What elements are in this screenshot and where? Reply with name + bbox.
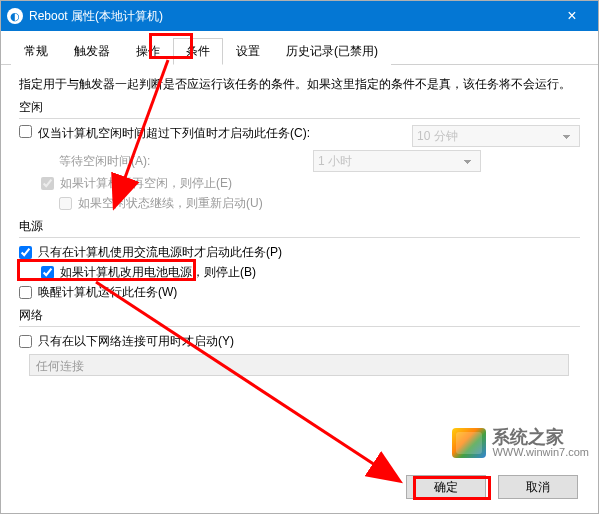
checkbox-stop-not-idle[interactable] (41, 177, 54, 190)
select-network: 任何连接 (29, 354, 569, 376)
tab-strip: 常规 触发器 操作 条件 设置 历史记录(已禁用) (1, 37, 598, 65)
description-text: 指定用于与触发器一起判断是否应运行该任务的条件。如果这里指定的条件不是真，该任务… (19, 75, 580, 93)
checkbox-only-net[interactable] (19, 335, 32, 348)
row-wake: 唤醒计算机运行此任务(W) (19, 284, 580, 301)
label-only-net: 只有在以下网络连接可用时才启动(Y) (38, 333, 234, 350)
checkbox-only-idle[interactable] (19, 125, 32, 138)
row-only-net: 只有在以下网络连接可用时才启动(Y) (19, 333, 580, 350)
checkbox-only-ac[interactable] (19, 246, 32, 259)
cancel-button[interactable]: 取消 (498, 475, 578, 499)
watermark: 系统之家 WWW.winwin7.com (452, 428, 589, 458)
close-button[interactable]: × (552, 1, 592, 31)
row-only-idle: 仅当计算机空闲时间超过下列值时才启动此任务(C): 10 分钟 (19, 125, 580, 147)
watermark-url: WWW.winwin7.com (492, 446, 589, 458)
tab-history[interactable]: 历史记录(已禁用) (273, 38, 391, 65)
tab-triggers[interactable]: 触发器 (61, 38, 123, 65)
divider (19, 237, 580, 238)
task-icon: ◐ (7, 8, 23, 24)
select-wait-duration[interactable]: 1 小时 (313, 150, 481, 172)
label-restart-idle: 如果空闲状态继续，则重新启动(U) (78, 195, 263, 212)
label-wake: 唤醒计算机运行此任务(W) (38, 284, 177, 301)
annotation-box-tab (149, 33, 193, 59)
checkbox-restart-idle[interactable] (59, 197, 72, 210)
watermark-logo-icon (452, 428, 486, 458)
row-stop-not-idle: 如果计算机不再空闲，则停止(E) (41, 175, 580, 192)
annotation-box-ok (413, 476, 491, 500)
close-icon: × (567, 7, 576, 25)
watermark-brand: 系统之家 (492, 428, 589, 446)
label-wait-idle: 等待空闲时间(A): (59, 153, 313, 170)
divider (19, 326, 580, 327)
row-wait-idle: 等待空闲时间(A): 1 小时 (59, 150, 580, 172)
section-idle-title: 空闲 (19, 99, 580, 116)
annotation-box-wake (17, 259, 196, 281)
tab-settings[interactable]: 设置 (223, 38, 273, 65)
row-restart-idle: 如果空闲状态继续，则重新启动(U) (59, 195, 580, 212)
label-only-idle: 仅当计算机空闲时间超过下列值时才启动此任务(C): (38, 125, 328, 142)
label-stop-not-idle: 如果计算机不再空闲，则停止(E) (60, 175, 232, 192)
divider (19, 118, 580, 119)
checkbox-wake[interactable] (19, 286, 32, 299)
footer: 确定 取消 (1, 467, 598, 513)
tab-general[interactable]: 常规 (11, 38, 61, 65)
section-power-title: 电源 (19, 218, 580, 235)
select-idle-duration[interactable]: 10 分钟 (412, 125, 580, 147)
titlebar: ◐ Reboot 属性(本地计算机) × (1, 1, 598, 31)
window-title: Reboot 属性(本地计算机) (29, 8, 552, 25)
section-network-title: 网络 (19, 307, 580, 324)
